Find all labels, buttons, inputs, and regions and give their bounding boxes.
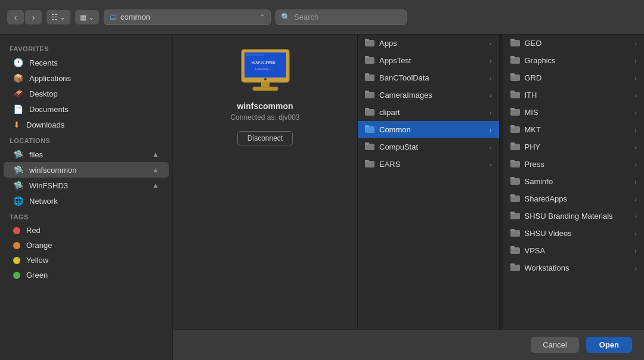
column-view-icon: ☷	[51, 13, 58, 21]
svg-rect-44	[510, 194, 515, 197]
column-view-button[interactable]: ☷ ⌄	[47, 10, 70, 24]
documents-icon: 📄	[13, 104, 23, 114]
svg-rect-52	[510, 263, 515, 266]
file-item-mkt[interactable]: MKT ›	[503, 121, 645, 138]
svg-rect-22	[365, 142, 369, 145]
file-item-apps[interactable]: Apps ›	[358, 35, 499, 52]
search-input[interactable]	[294, 13, 401, 21]
svg-rect-34	[510, 108, 515, 110]
sidebar-item-desktop[interactable]: 🛷 Desktop	[4, 86, 169, 101]
winfshd3-eject-icon[interactable]: ▲	[152, 181, 159, 190]
column-view-chevron: ⌄	[60, 13, 66, 21]
path-bar[interactable]: 🗂 common ⌃	[104, 10, 271, 25]
svg-rect-16	[365, 91, 369, 93]
cancel-button[interactable]: Cancel	[531, 337, 578, 353]
preview-subtitle: Connected as: djv003	[230, 113, 299, 122]
file-chevron-icon: ›	[634, 126, 637, 134]
folder-icon	[510, 55, 520, 66]
sidebar: Favorites 🕐 Recents 📦 Applications 🛷 Des…	[0, 35, 173, 360]
file-item-appstest[interactable]: AppsTest ›	[358, 52, 499, 69]
file-item-name: MIS	[525, 108, 630, 117]
disconnect-button[interactable]: Disconnect	[237, 131, 293, 145]
file-item-saminfo[interactable]: Saminfo ›	[503, 173, 645, 190]
svg-rect-4	[261, 82, 270, 87]
file-item-shsu_branding[interactable]: SHSU Branding Materials ›	[503, 207, 645, 225]
file-item-common[interactable]: Common ›	[358, 121, 499, 138]
svg-rect-12	[365, 56, 369, 58]
tag-red-label: Red	[26, 226, 159, 235]
folder-icon	[510, 176, 520, 187]
file-item-name: clipart	[379, 108, 485, 117]
file-item-grd[interactable]: GRD ›	[503, 69, 645, 86]
file-item-sharedapps[interactable]: SharedApps ›	[503, 190, 645, 207]
svg-rect-5	[253, 87, 278, 91]
file-item-mis[interactable]: MIS ›	[503, 104, 645, 121]
file-item-ith[interactable]: ITH ›	[503, 86, 645, 104]
recents-icon: 🕐	[13, 58, 23, 67]
file-item-geo[interactable]: GEO ›	[503, 35, 645, 52]
sidebar-item-tag-red[interactable]: Red	[4, 223, 169, 238]
sidebar-item-documents[interactable]: 📄 Documents	[4, 101, 169, 117]
computer-monitor-svg: WINFSCOMMON Loading...	[239, 48, 292, 93]
folder-icon	[365, 125, 374, 135]
sidebar-item-downloads-label: Downloads	[26, 120, 159, 129]
file-chevron-icon: ›	[634, 161, 637, 168]
file-item-name: SHSU Branding Materials	[525, 212, 630, 221]
file-item-bancToolData[interactable]: BanCToolData ›	[358, 69, 499, 86]
file-item-ears[interactable]: EARS ›	[358, 156, 499, 173]
file-item-shsu_videos[interactable]: SHSU Videos ›	[503, 225, 645, 242]
file-item-graphics[interactable]: Graphics ›	[503, 52, 645, 69]
open-button[interactable]: Open	[586, 337, 632, 353]
back-button[interactable]: ‹	[7, 10, 24, 24]
sidebar-item-files[interactable]: 🛸 files ▲	[4, 147, 169, 162]
file-item-name: Apps	[379, 39, 485, 48]
nav-button-group: ‹ ›	[7, 10, 42, 24]
sidebar-item-network[interactable]: 🌐 Network	[4, 193, 169, 209]
sidebar-item-downloads[interactable]: ⬇ Downloads	[4, 117, 169, 132]
folder-icon	[510, 125, 520, 135]
file-item-workstations[interactable]: Workstations ›	[503, 259, 645, 277]
file-item-name: Common	[379, 125, 485, 134]
file-item-cameraimages[interactable]: CameraImages ›	[358, 86, 499, 104]
sidebar-item-recents[interactable]: 🕐 Recents	[4, 55, 169, 70]
grid-view-button[interactable]: ▦ ⌄	[75, 10, 99, 24]
favorites-section-label: Favorites	[0, 41, 172, 55]
file-item-compustat[interactable]: CompuStat ›	[358, 138, 499, 156]
winfscommon-eject-icon[interactable]: ▲	[152, 166, 159, 174]
sidebar-item-winfshd3-label: WinFSHD3	[29, 181, 146, 190]
main-content: Favorites 🕐 Recents 📦 Applications 🛷 Des…	[0, 35, 644, 360]
svg-rect-28	[510, 56, 515, 58]
sidebar-item-winfshd3[interactable]: 🛸 WinFSHD3 ▲	[4, 178, 169, 193]
file-item-phy[interactable]: PHY ›	[503, 138, 645, 156]
sidebar-item-tag-yellow[interactable]: Yellow	[4, 253, 169, 268]
sidebar-item-tag-green[interactable]: Green	[4, 268, 169, 283]
files-eject-icon[interactable]: ▲	[152, 150, 159, 159]
svg-rect-42	[510, 177, 515, 179]
sidebar-item-network-label: Network	[29, 197, 159, 206]
file-chevron-icon: ›	[634, 178, 637, 185]
sidebar-item-tag-orange[interactable]: Orange	[4, 238, 169, 253]
file-chevron-icon: ›	[634, 92, 637, 99]
file-chevron-icon: ›	[634, 109, 637, 116]
svg-rect-30	[510, 73, 515, 76]
tag-yellow-label: Yellow	[26, 256, 159, 265]
svg-rect-3	[246, 54, 264, 56]
preview-icon: WINFSCOMMON Loading...	[236, 46, 295, 94]
file-item-press[interactable]: Press ›	[503, 156, 645, 173]
file-item-vpsa[interactable]: VPSA ›	[503, 242, 645, 259]
file-chevron-icon: ›	[490, 40, 492, 47]
file-item-name: SharedApps	[525, 194, 630, 203]
file-item-name: GRD	[525, 73, 630, 82]
forward-button[interactable]: ›	[25, 10, 42, 24]
file-item-clipart[interactable]: clipart ›	[358, 104, 499, 121]
file-item-name: ITH	[525, 91, 630, 100]
svg-rect-46	[510, 212, 515, 214]
file-item-name: Graphics	[525, 56, 630, 65]
search-bar[interactable]: 🔍	[275, 10, 407, 25]
file-item-name: Workstations	[525, 263, 630, 272]
sidebar-item-applications[interactable]: 📦 Applications	[4, 70, 169, 86]
folder-icon	[510, 263, 520, 273]
folder-icon	[510, 246, 520, 256]
file-item-name: EARS	[379, 160, 485, 169]
sidebar-item-winfscommon[interactable]: 🛸 winfscommon ▲	[4, 162, 169, 178]
